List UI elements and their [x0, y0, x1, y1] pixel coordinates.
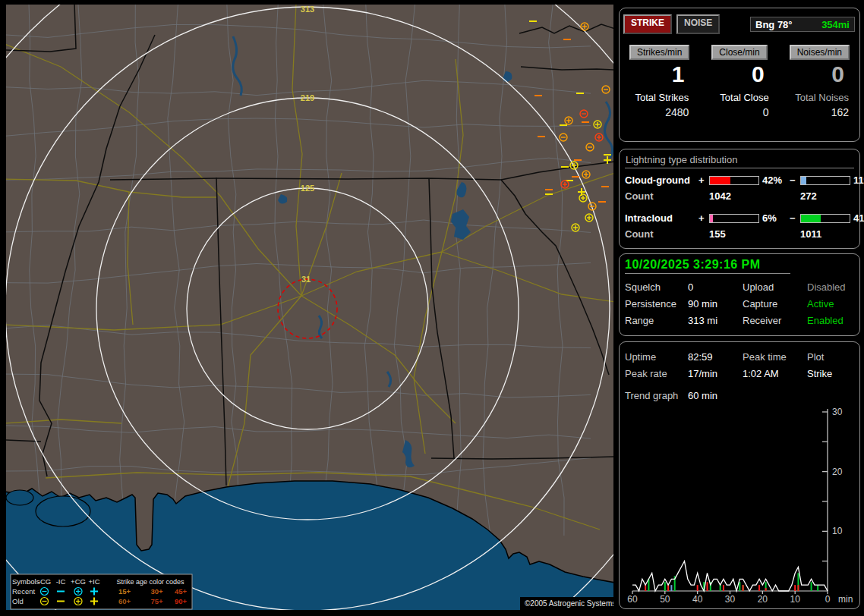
svg-text:90+: 90+: [175, 597, 188, 605]
stats-trend-box: Uptime 82:59 Peak time Plot Peak rate 17…: [619, 341, 860, 609]
svg-text:Symbols: Symbols: [12, 577, 40, 586]
svg-text:45+: 45+: [175, 587, 188, 596]
cloud-ground-row: Cloud-ground + 42% − 11%: [625, 174, 854, 186]
squelch-label: Squelch: [625, 281, 688, 293]
plus-sign: +: [698, 174, 709, 186]
ic-minus-bar: [800, 214, 850, 223]
svg-text:60: 60: [627, 594, 638, 605]
distribution-box: Lightning type distribution Cloud-ground…: [619, 149, 860, 249]
trend-graph: 1020306050403020100min: [620, 342, 861, 610]
ic-plus-bar: [709, 214, 759, 223]
svg-text:+IC: +IC: [88, 577, 99, 586]
capture-status: Active: [807, 298, 854, 310]
map-canvas[interactable]: 31321912531 Symbols-CG-IC+CG+ICStrike ag…: [6, 5, 613, 610]
counters-box: STRIKE NOISE Bng 78° 354mi Strikes/min C…: [619, 8, 860, 142]
ring-label-313: 313: [301, 5, 314, 14]
ring-label-31: 31: [301, 275, 311, 284]
total-close-value: 0: [699, 106, 779, 118]
bearing-display: Bng 78° 354mi: [750, 17, 855, 32]
svg-text:min: min: [838, 594, 853, 605]
intracloud-label: Intracloud: [625, 212, 698, 224]
status-box: 10/20/2025 3:29:16 PM Squelch 0 Upload D…: [619, 253, 860, 336]
svg-text:0: 0: [825, 594, 831, 605]
plus-sign: +: [698, 212, 709, 224]
ic-plus-count: 155: [709, 228, 790, 240]
cg-minus-bar: [800, 176, 850, 185]
total-close-label: Total Close: [699, 92, 779, 103]
map-legend: Symbols-CG-IC+CG+ICStrike age color code…: [11, 574, 192, 609]
ring-label-125: 125: [301, 184, 314, 193]
datetime-display: 10/20/2025 3:29:16 PM: [625, 258, 854, 272]
cloud-ground-count-row: Count 1042 272: [625, 190, 854, 202]
copyright-text: ©2005 Astrogenic Systems: [525, 599, 613, 608]
intracloud-row: Intracloud + 6% − 41%: [625, 212, 854, 224]
lightning-map[interactable]: 31321912531 Symbols-CG-IC+CG+ICStrike ag…: [6, 5, 613, 610]
svg-text:Recent: Recent: [12, 587, 35, 596]
svg-text:15+: 15+: [118, 587, 131, 596]
svg-text:Strike age color codes: Strike age color codes: [116, 578, 184, 586]
total-strikes-label: Total Strikes: [620, 92, 699, 103]
close-per-min-value: 0: [699, 61, 779, 87]
ring-label-219: 219: [301, 93, 314, 102]
range-label: Range: [625, 315, 688, 326]
distribution-title: Lightning type distribution: [625, 154, 854, 165]
svg-text:10: 10: [832, 526, 843, 536]
svg-text:+CG: +CG: [71, 577, 86, 586]
svg-text:40: 40: [692, 594, 703, 605]
strikes-per-min-value: 1: [620, 61, 699, 87]
squelch-value: 0: [688, 281, 743, 293]
cg-plus-bar: [709, 176, 759, 185]
svg-text:30: 30: [725, 594, 736, 605]
cg-minus-count: 272: [800, 190, 854, 202]
bearing-distance: 354mi: [821, 19, 850, 30]
upload-label: Upload: [743, 281, 807, 293]
ic-minus-count: 1011: [800, 228, 854, 240]
svg-text:Old: Old: [12, 597, 24, 605]
svg-text:10: 10: [790, 594, 800, 605]
close-per-min-header[interactable]: Close/min: [711, 45, 767, 60]
total-noises-label: Total Noises: [780, 92, 859, 103]
svg-text:50: 50: [660, 594, 670, 605]
svg-text:60+: 60+: [118, 597, 131, 605]
receiver-label: Receiver: [743, 315, 807, 326]
cloud-ground-label: Cloud-ground: [625, 174, 698, 186]
persistence-value: 90 min: [688, 298, 743, 310]
noises-per-min-value: 0: [780, 61, 859, 87]
intracloud-count-row: Count 155 1011: [625, 228, 854, 240]
range-value: 313 mi: [688, 315, 743, 326]
noise-button[interactable]: NOISE: [676, 14, 720, 34]
strikes-per-min-header[interactable]: Strikes/min: [629, 45, 689, 60]
svg-text:20: 20: [832, 467, 843, 477]
nexstorm-window: 31321912531 Symbols-CG-IC+CG+ICStrike ag…: [0, 0, 864, 616]
count-label: Count: [625, 228, 698, 240]
svg-text:20: 20: [758, 594, 768, 605]
ic-minus-pct: 41%: [850, 212, 864, 224]
persistence-label: Persistence: [625, 298, 688, 310]
bearing-value: Bng 78°: [755, 19, 793, 30]
noises-per-min-header[interactable]: Noises/min: [790, 45, 850, 60]
svg-text:75+: 75+: [150, 597, 163, 605]
receiver-status: Enabled: [807, 315, 854, 326]
svg-text:-CG: -CG: [38, 577, 51, 586]
svg-text:30: 30: [832, 407, 843, 417]
upload-status: Disabled: [807, 281, 854, 293]
copyright-bar: ©2005 Astrogenic Systems: [520, 597, 613, 610]
cg-plus-pct: 42%: [759, 174, 790, 186]
total-strikes-value: 2480: [620, 106, 699, 118]
ic-plus-pct: 6%: [759, 212, 790, 224]
strike-button[interactable]: STRIKE: [623, 14, 672, 34]
capture-label: Capture: [743, 298, 807, 310]
minus-sign: −: [790, 212, 800, 224]
minus-sign: −: [790, 174, 800, 186]
svg-text:-IC: -IC: [56, 577, 66, 586]
svg-text:30+: 30+: [150, 587, 163, 596]
cg-plus-count: 1042: [709, 190, 790, 202]
total-noises-value: 162: [780, 106, 859, 118]
cg-minus-pct: 11%: [850, 174, 864, 186]
count-label: Count: [625, 190, 698, 202]
